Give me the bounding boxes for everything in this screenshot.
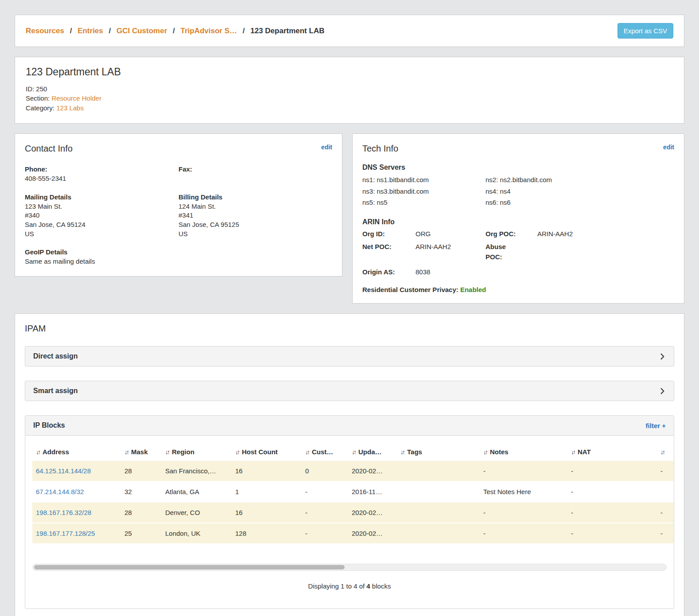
sort-icon: ↓↑ — [660, 448, 664, 456]
sort-icon: ↓↑ — [235, 448, 239, 456]
dns-servers-grid: ns1: ns1.bitbandit.com ns2: ns2.bitbandi… — [362, 174, 674, 208]
mailing-line: #340 — [25, 211, 179, 220]
horizontal-scrollbar-thumb[interactable] — [34, 565, 345, 569]
cell-customer: - — [302, 523, 348, 544]
page: Resources / Entries / GCI Customer / Tri… — [15, 15, 684, 616]
tech-info-edit-link[interactable]: edit — [663, 144, 674, 151]
col-header-host-count[interactable]: ↓↑Host Count — [232, 443, 302, 461]
entry-category-line: Category: 123 Labs — [26, 103, 673, 113]
cell-host-count: 128 — [232, 523, 302, 544]
dns-entry: ns6: ns6 — [485, 197, 674, 208]
table-footer: Displaying 1 to 4 of 4 blocks — [25, 571, 674, 608]
dns-servers-title: DNS Servers — [362, 164, 674, 172]
billing-line: #341 — [179, 211, 332, 220]
cell-nat: - — [567, 461, 657, 481]
chevron-right-icon — [659, 388, 666, 394]
cell-region: London, UK — [162, 523, 232, 544]
cell-region: Denver, CO — [162, 502, 232, 523]
sort-icon: ↓↑ — [571, 448, 575, 456]
horizontal-scrollbar[interactable] — [32, 564, 667, 571]
cell-host-count: 1 — [232, 481, 302, 502]
mailing-line: 123 Main St. — [25, 202, 179, 211]
org-id-value: ORG — [416, 229, 485, 239]
breadcrumb: Resources / Entries / GCI Customer / Tri… — [26, 27, 324, 35]
breadcrumb-separator: / — [173, 27, 175, 35]
export-csv-button[interactable]: Export as CSV — [617, 23, 673, 39]
entry-section-link[interactable]: Resource Holder — [51, 94, 101, 102]
cell-notes: - — [480, 502, 567, 523]
col-header-address[interactable]: ↓↑Address — [32, 443, 121, 461]
cell-notes: - — [480, 523, 567, 544]
cell-customer: - — [302, 481, 348, 502]
contact-info-edit-link[interactable]: edit — [321, 144, 332, 151]
billing-details-block: Billing Details 124 Main St. #341 San Jo… — [179, 193, 332, 239]
phone-value: 408-555-2341 — [25, 174, 179, 183]
ipam-panel: IPAM Direct assign Smart assign IP Block… — [15, 313, 684, 616]
smart-assign-label: Smart assign — [33, 387, 78, 395]
fax-block: Fax: — [179, 165, 332, 183]
table-row: 198.167.177.128/25 25 London, UK 128 - 2… — [32, 523, 674, 544]
col-header-extra[interactable]: ↓↑ — [657, 443, 674, 461]
breadcrumb-link-gci-customer[interactable]: GCI Customer — [116, 27, 167, 35]
table-header-row: ↓↑Address ↓↑Mask ↓↑Region ↓↑Host Count ↓… — [32, 443, 674, 461]
origin-as-value: 8038 — [416, 267, 485, 277]
col-header-customer[interactable]: ↓↑Cust… — [302, 443, 348, 461]
ip-block-link[interactable]: 198.167.176.32/28 — [36, 509, 91, 516]
col-header-tags[interactable]: ↓↑Tags — [397, 443, 480, 461]
direct-assign-accordion[interactable]: Direct assign — [25, 346, 674, 366]
table-row: 64.125.114.144/28 28 San Francisco,… 16 … — [32, 461, 674, 481]
col-header-nat[interactable]: ↓↑NAT — [567, 443, 657, 461]
footer-suffix: blocks — [370, 582, 391, 590]
cell-mask: 25 — [121, 523, 162, 544]
footer-prefix: Displaying 1 to 4 of — [308, 582, 367, 590]
cell-address: 64.125.114.144/28 — [32, 461, 121, 481]
net-poc-value: ARIN-AAH2 — [416, 242, 485, 262]
cell-notes: - — [480, 461, 567, 481]
contact-grid: Phone: 408-555-2341 Fax: Mailing Details… — [25, 165, 332, 266]
abuse-poc-value — [537, 242, 674, 262]
cell-updated: 2016-11… — [348, 481, 397, 502]
cell-host-count: 16 — [232, 461, 302, 481]
breadcrumb-link-entries[interactable]: Entries — [78, 27, 103, 35]
breadcrumb-bar: Resources / Entries / GCI Customer / Tri… — [15, 15, 684, 47]
geoip-details-block: GeoIP Details Same as mailing details — [25, 248, 179, 266]
entry-category-link[interactable]: 123 Labs — [56, 104, 84, 112]
table-row: 67.214.144.8/32 32 Atlanta, GA 1 - 2016-… — [32, 481, 674, 502]
tech-info-title: Tech Info — [362, 144, 398, 154]
col-header-region[interactable]: ↓↑Region — [162, 443, 232, 461]
ip-blocks-table-wrap: ↓↑Address ↓↑Mask ↓↑Region ↓↑Host Count ↓… — [25, 436, 674, 544]
cell-address: 198.167.177.128/25 — [32, 523, 121, 544]
smart-assign-accordion[interactable]: Smart assign — [25, 381, 674, 401]
geoip-details-label: GeoIP Details — [25, 248, 179, 256]
filter-link[interactable]: filter + — [646, 422, 666, 429]
ip-block-link[interactable]: 67.214.144.8/32 — [36, 488, 84, 495]
sort-icon: ↓↑ — [483, 448, 487, 456]
cell-updated: 2020-02… — [348, 461, 397, 481]
net-poc-label: Net POC: — [362, 242, 416, 262]
cell-tags — [397, 523, 480, 544]
ip-block-link[interactable]: 64.125.114.144/28 — [36, 467, 91, 475]
col-header-updated[interactable]: ↓↑Upda… — [348, 443, 397, 461]
breadcrumb-separator: / — [109, 27, 111, 35]
phone-label: Phone: — [25, 165, 179, 173]
sort-icon: ↓↑ — [124, 448, 128, 456]
breadcrumb-link-tripadvisor[interactable]: TripAdvisor S… — [180, 27, 237, 35]
origin-as-label: Origin AS: — [362, 267, 416, 277]
cell-nat: - — [567, 523, 657, 544]
cell-updated: 2020-02… — [348, 502, 397, 523]
direct-assign-label: Direct assign — [33, 352, 78, 360]
abuse-poc-label: Abuse POC: — [485, 242, 537, 262]
billing-line: 124 Main St. — [179, 202, 332, 211]
col-header-notes[interactable]: ↓↑Notes — [480, 443, 567, 461]
breadcrumb-link-resources[interactable]: Resources — [26, 27, 64, 35]
entry-section-label: Section: — [26, 94, 50, 102]
cell-nat: - — [567, 481, 657, 502]
cell-mask: 32 — [121, 481, 162, 502]
col-header-mask[interactable]: ↓↑Mask — [121, 443, 162, 461]
ip-block-link[interactable]: 198.167.177.128/25 — [36, 530, 95, 537]
sort-icon: ↓↑ — [352, 448, 355, 456]
ip-blocks-section: IP Blocks filter + ↓↑Address ↓↑Mask ↓↑Re… — [25, 415, 674, 609]
arin-info-title: ARIN Info — [362, 218, 674, 226]
dns-entry: ns1: ns1.bitbandit.com — [362, 174, 485, 186]
cell-region: San Francisco,… — [162, 461, 232, 481]
